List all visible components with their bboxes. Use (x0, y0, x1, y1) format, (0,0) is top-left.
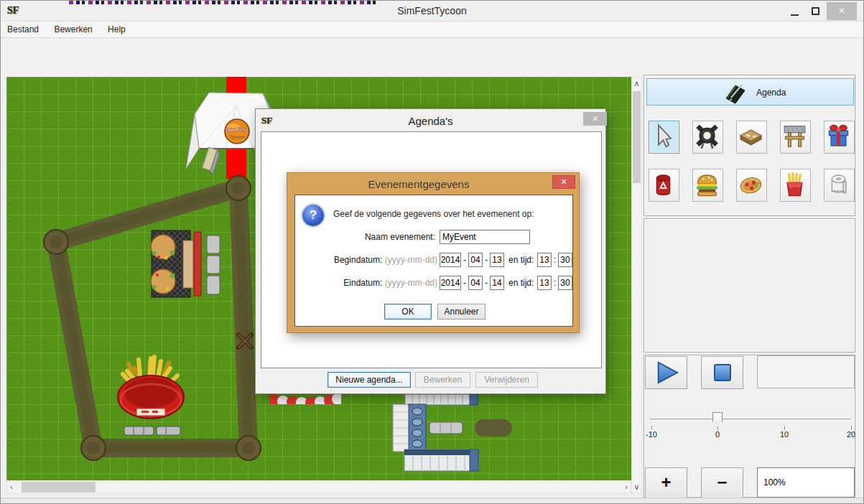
maximize-button[interactable] (812, 7, 819, 15)
time-label: en tijd: (508, 276, 534, 290)
edit-agenda-button[interactable]: Bewerken (415, 372, 470, 388)
question-icon: ? (302, 205, 324, 226)
tick-label: 10 (780, 430, 789, 439)
agendas-dialog: SF Agenda's ✕ Nieuwe agenda... Bewerken … (255, 108, 606, 394)
stop-icon (710, 360, 735, 385)
begin-hour-input[interactable] (537, 253, 552, 267)
info-panel (644, 218, 855, 353)
tools-panel: Agenda (644, 75, 855, 216)
minimize-button[interactable] (791, 14, 799, 16)
title-bar: SF SimFestTycoon ✕ (1, 1, 863, 22)
begin-month-input[interactable] (468, 253, 483, 267)
zoom-in-button[interactable]: + (645, 467, 687, 499)
status-box (757, 355, 855, 388)
play-button[interactable] (645, 356, 687, 389)
new-agenda-button[interactable]: Nieuwe agenda... (328, 372, 411, 388)
delete-agenda-button[interactable]: Verwijderen (475, 372, 538, 388)
render-artifact (69, 1, 378, 4)
tick-label: 20 (847, 430, 855, 439)
time-separator: : (554, 276, 556, 290)
horizontal-scrollbar[interactable]: ‹ › (6, 480, 631, 494)
event-form: ? Geef de volgende gegevens over het eve… (294, 195, 573, 327)
cancel-button[interactable]: Annuleer (437, 304, 486, 319)
scroll-down-icon[interactable]: ∨ (632, 482, 641, 492)
tool-spotlight[interactable] (692, 121, 723, 154)
scroll-right-icon[interactable]: › (625, 482, 628, 491)
pizza-icon (737, 169, 765, 200)
tick-label: -10 (646, 430, 657, 439)
tool-toilet-paper[interactable] (824, 169, 855, 202)
agendas-close-button[interactable]: ✕ (583, 112, 607, 126)
vertical-scrollbar-thumb[interactable] (633, 91, 641, 183)
cursor-icon (649, 121, 677, 151)
bench[interactable] (207, 235, 220, 294)
speed-slider-thumb[interactable] (712, 412, 723, 427)
tool-gift[interactable] (824, 121, 855, 154)
begin-label: Begindatum: (334, 255, 382, 265)
agenda-button[interactable]: Agenda (646, 78, 854, 106)
trash-can-icon (649, 169, 677, 200)
stage-icon (781, 121, 809, 151)
scroll-left-icon[interactable]: ‹ (10, 482, 13, 491)
ok-button[interactable]: OK (384, 304, 432, 319)
spotlight-icon (693, 121, 721, 151)
begin-day-input[interactable] (490, 253, 504, 267)
menu-help[interactable]: Help (101, 22, 132, 34)
date-separator: - (485, 253, 488, 267)
tent-logo-text: SimFest (226, 126, 248, 133)
event-prompt: Geef de volgende gegevens over het eveme… (333, 209, 570, 219)
event-dialog: Evenementgegevens ✕ ? Geef de volgende g… (287, 172, 580, 333)
tool-burger[interactable] (692, 169, 723, 202)
zoom-level-field[interactable] (757, 467, 855, 498)
agenda-book-icon (723, 83, 747, 104)
agendas-dialog-title: Agenda's (256, 115, 605, 127)
end-label-group: Eindatum: (yyyy-mm-dd) (295, 276, 437, 290)
end-hour-input[interactable] (537, 276, 552, 290)
menu-bar: Bestand Bewerken Help (1, 22, 863, 38)
stop-button[interactable] (701, 356, 743, 389)
zoom-out-button[interactable]: − (701, 467, 743, 499)
date-separator: - (463, 253, 466, 267)
bench[interactable] (124, 426, 180, 435)
tool-stage[interactable] (780, 121, 811, 154)
time-separator: : (554, 253, 556, 267)
bench[interactable] (429, 422, 463, 434)
burger-stand[interactable] (151, 230, 201, 297)
fries-icon (781, 169, 809, 200)
begin-minute-input[interactable] (558, 253, 572, 267)
menu-bewerken[interactable]: Bewerken (47, 22, 98, 34)
tool-fries[interactable] (780, 169, 811, 202)
tool-path-tile[interactable] (736, 121, 767, 154)
date-format-hint: (yyyy-mm-dd) (385, 255, 437, 265)
begin-label-group: Begindatum: (yyyy-mm-dd) (295, 253, 437, 267)
end-month-input[interactable] (468, 276, 483, 290)
tool-pizza[interactable] (736, 169, 767, 202)
agenda-button-label: Agenda (756, 88, 786, 98)
app-window: SF SimFestTycoon ✕ Bestand Bewerken Help (0, 0, 864, 504)
end-minute-input[interactable] (558, 276, 572, 290)
event-name-input[interactable] (440, 230, 530, 244)
gift-icon (824, 121, 853, 151)
tick-label: 0 (715, 430, 720, 439)
date-separator: - (463, 276, 466, 290)
tent-logo-text2: Tycoon (230, 135, 245, 139)
end-day-input[interactable] (490, 276, 504, 290)
tool-trash-can[interactable] (649, 169, 679, 202)
tool-cursor[interactable] (649, 121, 679, 154)
vertical-scrollbar[interactable]: ∧ ∨ (631, 77, 642, 494)
speed-slider-track[interactable] (650, 419, 850, 421)
end-year-input[interactable] (440, 276, 461, 290)
menu-bestand[interactable]: Bestand (1, 22, 45, 34)
end-label: Eindatum: (343, 278, 382, 288)
begin-year-input[interactable] (440, 253, 461, 267)
play-icon (653, 360, 680, 385)
burger-icon (693, 169, 721, 200)
horizontal-scrollbar-thumb[interactable] (22, 482, 96, 493)
scroll-up-icon[interactable]: ∧ (632, 79, 641, 88)
toolbar (1, 38, 863, 77)
close-button[interactable]: ✕ (827, 2, 857, 20)
name-label: Naam evenement: (295, 230, 435, 244)
event-dialog-title: Evenementgegevens (287, 178, 550, 190)
toilet-paper-icon (824, 169, 853, 200)
event-close-button[interactable]: ✕ (552, 175, 575, 189)
